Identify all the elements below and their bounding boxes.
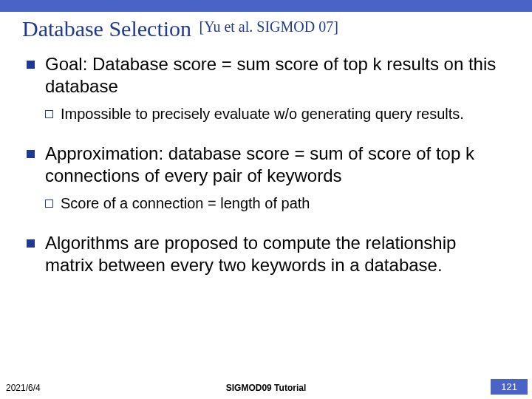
sub-bullet-item: Score of a connection = length of path (45, 194, 505, 213)
hollow-square-bullet-icon (45, 200, 53, 208)
bullet-item: Goal: Database score = sum score of top … (27, 53, 505, 123)
sub-bullet-text: Score of a connection = length of path (61, 194, 310, 213)
slide-body: Goal: Database score = sum score of top … (0, 53, 532, 276)
bullet-text: Algorithms are proposed to compute the r… (45, 233, 456, 275)
bullet-item: Algorithms are proposed to compute the r… (27, 232, 505, 276)
hollow-square-bullet-icon (45, 110, 53, 118)
square-bullet-icon (27, 150, 35, 158)
sub-bullet-text: Impossible to precisely evaluate w/o gen… (61, 105, 464, 123)
slide-title: Database Selection (22, 16, 191, 41)
square-bullet-icon (27, 239, 35, 248)
bullet-text: Approximation: database score = sum of s… (45, 143, 474, 185)
square-bullet-icon (27, 61, 35, 69)
bullet-item: Approximation: database score = sum of s… (27, 143, 505, 213)
slide-footer: 2021/6/4 SIGMOD09 Tutorial 121 (0, 378, 532, 395)
slide-number-badge: 121 (491, 379, 528, 395)
slide-citation: [Yu et al. SIGMOD 07] (200, 18, 338, 35)
sub-bullet-item: Impossible to precisely evaluate w/o gen… (45, 105, 505, 123)
accent-bar (0, 0, 532, 12)
bullet-text: Goal: Database score = sum score of top … (45, 54, 496, 96)
title-area: Database Selection [Yu et al. SIGMOD 07] (0, 12, 532, 53)
footer-center: SIGMOD09 Tutorial (0, 383, 532, 393)
